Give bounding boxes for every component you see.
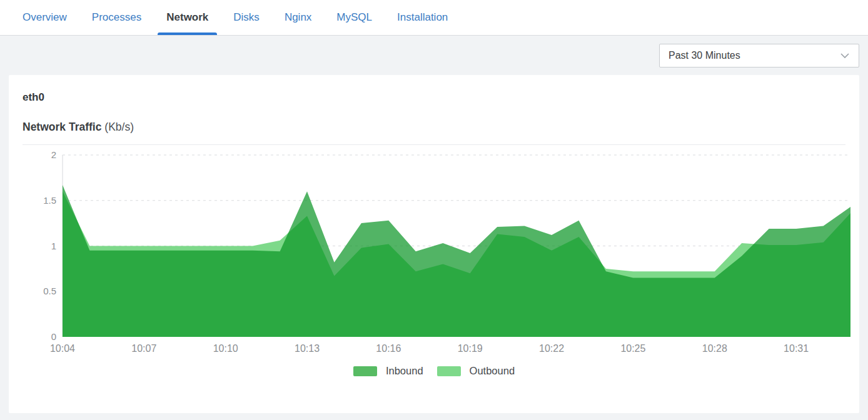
inbound-swatch-icon — [353, 366, 377, 376]
x-tick-label: 10:16 — [376, 343, 401, 354]
outbound-swatch-icon — [437, 366, 461, 376]
chevron-down-icon — [839, 49, 851, 62]
x-tick-label: 10:19 — [458, 343, 483, 354]
legend-item-inbound: Inbound — [353, 365, 423, 377]
tab-mysql[interactable]: MySQL — [328, 0, 381, 35]
chart-title-unit: (Kb/s) — [104, 121, 134, 133]
chart-title: Network Traffic (Kb/s) — [23, 121, 845, 134]
legend-label: Outbound — [470, 365, 515, 377]
tab-bar: OverviewProcessesNetworkDisksNginxMySQLI… — [0, 0, 868, 36]
x-tick-label: 10:10 — [213, 343, 238, 354]
interface-title: eth0 — [23, 91, 845, 104]
time-range-value: Past 30 Minutes — [669, 50, 839, 61]
tab-disks[interactable]: Disks — [225, 0, 268, 35]
y-tick-label: 0.5 — [43, 286, 56, 296]
chart-legend: InboundOutbound — [23, 365, 845, 377]
x-tick-label: 10:04 — [50, 343, 75, 354]
network-panel: eth0 Network Traffic (Kb/s) 00.511.5210:… — [9, 75, 859, 413]
legend-item-outbound: Outbound — [437, 365, 515, 377]
tab-nginx[interactable]: Nginx — [276, 0, 320, 35]
chart-wrap: 00.511.5210:0410:0710:1010:1310:1610:191… — [23, 145, 845, 363]
time-range-select[interactable]: Past 30 Minutes — [659, 44, 859, 68]
x-tick-label: 10:28 — [702, 343, 727, 354]
x-tick-label: 10:13 — [295, 343, 320, 354]
x-tick-label: 10:25 — [620, 343, 645, 354]
x-tick-label: 10:31 — [784, 343, 809, 354]
y-tick-label: 1 — [51, 241, 56, 251]
y-tick-label: 1.5 — [43, 195, 56, 206]
y-tick-label: 0 — [51, 331, 56, 342]
x-tick-label: 10:22 — [539, 343, 564, 354]
toolbar: Past 30 Minutes — [0, 36, 868, 75]
tab-overview[interactable]: Overview — [14, 0, 76, 35]
traffic-chart[interactable]: 00.511.5210:0410:0710:1010:1310:1610:191… — [23, 145, 863, 361]
tab-installation[interactable]: Installation — [388, 0, 457, 35]
tab-processes[interactable]: Processes — [83, 0, 150, 35]
tab-network[interactable]: Network — [158, 0, 217, 35]
y-tick-label: 2 — [51, 149, 56, 160]
legend-label: Inbound — [386, 365, 423, 377]
chart-title-main: Network Traffic — [23, 121, 101, 133]
x-tick-label: 10:07 — [131, 343, 156, 354]
